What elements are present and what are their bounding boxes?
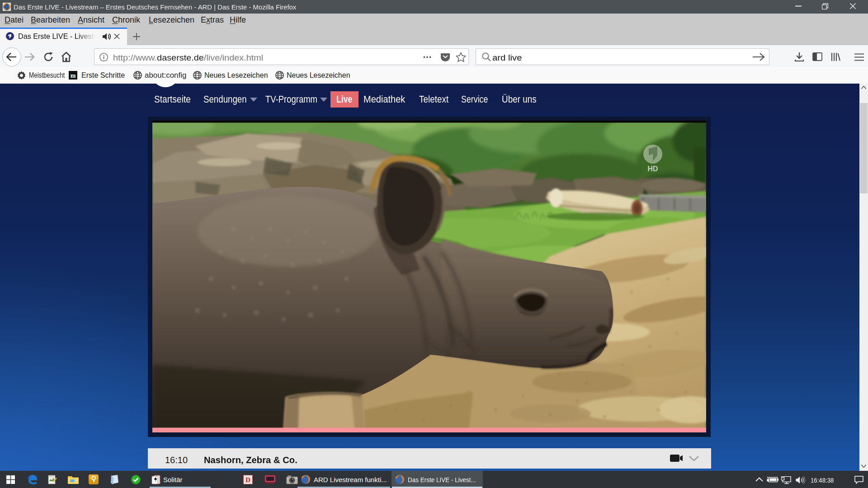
svg-text:m: m <box>71 72 76 79</box>
svg-text:HD: HD <box>647 165 658 173</box>
svg-text:D: D <box>245 476 250 483</box>
